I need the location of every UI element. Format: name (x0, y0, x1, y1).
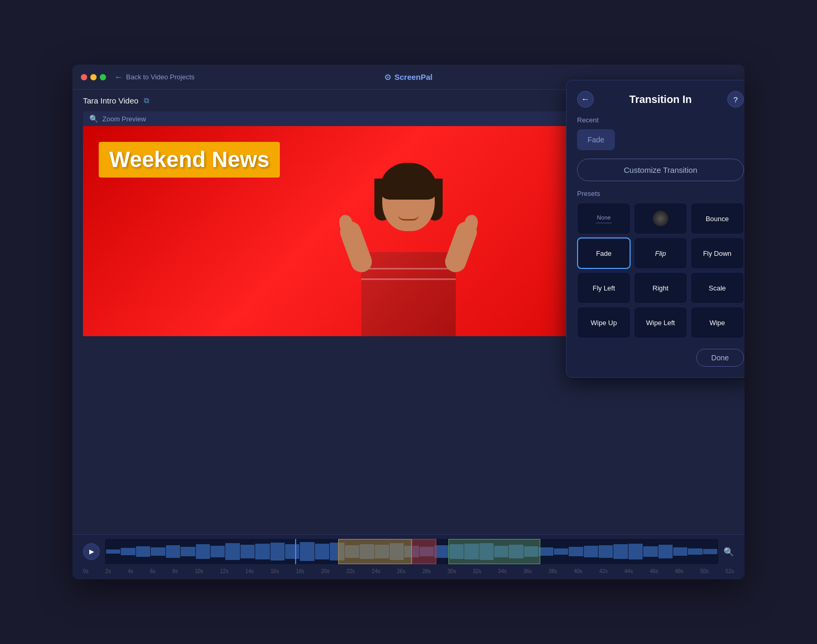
preset-none[interactable]: None (577, 203, 631, 234)
app-window: ← Back to Video Projects ⊙ ScreenPal Tar… (72, 65, 745, 579)
preset-wipe-left[interactable]: Wipe Left (634, 307, 687, 338)
ruler-mark: 46s (650, 568, 658, 574)
waveform-bar (315, 544, 329, 559)
panel-help-button[interactable]: ? (727, 91, 744, 108)
timeline-track[interactable] (105, 539, 718, 564)
preset-flip[interactable]: Flip (634, 237, 687, 269)
preset-fly-left-label: Fly Left (593, 284, 615, 292)
waveform-bar (270, 543, 285, 560)
app-title: ⊙ ScreenPal (384, 72, 433, 82)
shirt-stripe-1 (361, 268, 456, 269)
panel-title: Transition In (630, 94, 692, 106)
waveform-bar (688, 548, 702, 555)
recent-label: Recent (577, 116, 744, 124)
preset-wipe-label: Wipe (709, 319, 725, 327)
preset-fly-down[interactable]: Fly Down (690, 237, 744, 269)
preset-wipe[interactable]: Wipe (690, 307, 744, 338)
app-name: ScreenPal (394, 72, 433, 81)
waveform-bar (225, 543, 239, 560)
preset-scale-label: Scale (709, 284, 726, 292)
transition-panel: ← Transition In ? Recent Fade Customize … (566, 80, 745, 378)
waveform-bar (136, 546, 150, 557)
traffic-lights (81, 74, 106, 80)
waveform-bar (539, 547, 553, 556)
ruler-mark: 26s (397, 568, 405, 574)
panel-back-button[interactable]: ← (577, 91, 594, 108)
waveform-bar (554, 548, 568, 555)
recent-items: Fade (577, 129, 744, 150)
ruler-mark: 36s (523, 568, 532, 574)
person-right-arm (442, 219, 480, 275)
playhead (295, 539, 296, 564)
presets-label: Presets (577, 190, 744, 198)
zoom-icon: 🔍 (89, 115, 98, 123)
waveform-bar (285, 544, 299, 559)
preset-none-label: None (597, 214, 611, 221)
maximize-button[interactable] (100, 74, 106, 80)
waveform-bar (151, 547, 165, 556)
waveform-bar (106, 549, 120, 554)
play-button[interactable]: ▶ (83, 543, 100, 560)
preset-bounce-label: Bounce (706, 215, 729, 223)
edit-project-name-icon[interactable]: ⧉ (144, 96, 149, 105)
ruler-mark: 32s (473, 568, 481, 574)
ruler-mark: 28s (422, 568, 431, 574)
play-icon: ▶ (89, 548, 94, 555)
help-icon: ? (734, 95, 738, 104)
preset-right[interactable]: Right (634, 272, 687, 304)
waveform-bar (658, 545, 673, 558)
person-right-hand (464, 214, 479, 232)
preset-fade-dark[interactable] (634, 203, 687, 234)
panel-back-icon: ← (581, 95, 590, 104)
timeline-ruler: 0s 2s 4s 6s 8s 10s 12s 14s 16s 18s 20s 2… (83, 567, 734, 575)
customize-transition-button[interactable]: Customize Transition (577, 159, 744, 181)
ruler-mark: 6s (150, 568, 156, 574)
ruler-mark: 44s (624, 568, 633, 574)
video-headline-banner: Weekend News (99, 142, 280, 178)
preset-fly-left[interactable]: Fly Left (577, 272, 631, 304)
back-to-projects-button[interactable]: ← Back to Video Projects (114, 72, 195, 82)
recent-fade-item[interactable]: Fade (577, 129, 615, 150)
ruler-mark: 50s (700, 568, 709, 574)
ruler-mark: 16s (270, 568, 279, 574)
screenpal-logo-icon: ⊙ (384, 72, 391, 82)
preset-bounce[interactable]: Bounce (690, 203, 744, 234)
waveform-bar (121, 548, 135, 555)
preset-fade-label: Fade (596, 250, 612, 257)
waveform-bar (166, 545, 180, 558)
back-label: Back to Video Projects (126, 73, 195, 81)
timeline-controls: ▶ (83, 539, 734, 564)
waveform-bar (211, 546, 225, 557)
ruler-mark: 18s (296, 568, 304, 574)
ruler-mark: 40s (574, 568, 582, 574)
ruler-mark: 22s (347, 568, 355, 574)
waveform-bar (703, 549, 717, 554)
preset-scale[interactable]: Scale (690, 272, 744, 304)
done-section: Done (577, 349, 744, 367)
person-left-arm (337, 219, 375, 275)
preset-right-label: Right (653, 284, 668, 292)
timeline-search-icon[interactable]: 🔍 (724, 547, 734, 557)
person-mouth (398, 214, 419, 221)
presets-grid: None Bounce Fade Flip (577, 203, 744, 338)
timeline-segment-red (412, 539, 436, 564)
timeline-section: ▶ (72, 534, 745, 579)
waveform-bar (181, 547, 195, 556)
ruler-mark: 42s (599, 568, 607, 574)
timeline-segment-orange (338, 539, 412, 564)
project-name: Tara Intro Video (83, 96, 139, 105)
close-button[interactable] (81, 74, 87, 80)
preset-wipe-up-label: Wipe Up (591, 319, 617, 327)
waveform-bar (196, 544, 210, 559)
minimize-button[interactable] (90, 74, 97, 80)
preset-wipe-up[interactable]: Wipe Up (577, 307, 631, 338)
done-button[interactable]: Done (696, 349, 744, 367)
preset-fade[interactable]: Fade (577, 237, 631, 269)
person-body (361, 252, 456, 336)
waveform-bar (569, 547, 583, 556)
waveform-bar (255, 544, 269, 559)
waveform-bar (240, 545, 255, 558)
preset-none-line (596, 223, 612, 223)
preview-section: 🔍 Zoom Preview Weekend News (72, 111, 745, 534)
waveform-bar (629, 544, 643, 559)
